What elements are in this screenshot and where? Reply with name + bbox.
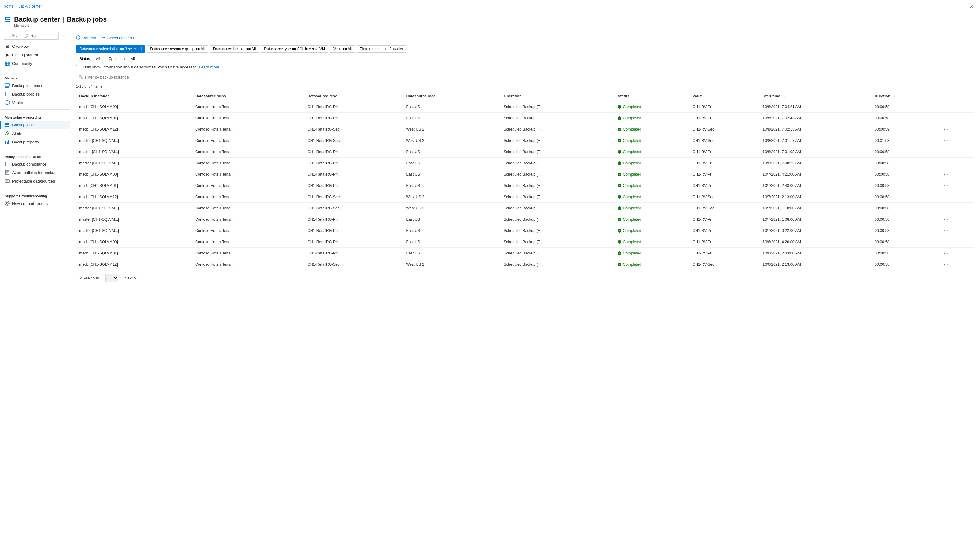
page-title: Backup center | Backup jobs [14,16,971,24]
row-actions-button[interactable]: ··· [942,160,950,167]
section-manage-label: Manage [0,73,70,81]
cell-vault: CH1-RV-Pri [689,169,759,180]
top-bar: Home › Backup center ✕ [0,0,980,13]
datasource-access-checkbox[interactable] [76,65,80,70]
status-completed-icon [617,150,621,154]
svg-rect-4 [5,83,10,86]
close-button[interactable]: ✕ [967,2,976,11]
cell-vault: CH1-RV-Sec [689,191,759,203]
cell-operation: Scheduled Backup (F... [501,124,615,135]
sidebar-item-getting-started[interactable]: ▶ Getting started [0,51,70,59]
refresh-button[interactable]: Refresh [76,34,96,42]
breadcrumb-parent[interactable]: Backup center [18,4,42,8]
cell-datasource-reso: CH1-RetailRG-Pri [304,158,403,169]
sidebar-item-backup-jobs[interactable]: Backup jobs [0,121,70,129]
cell-start-time: 10/8/2021, 7:04:21 AM [759,101,872,113]
header-ellipsis-button[interactable]: ··· [971,17,975,23]
filter-operation[interactable]: Operation == All [105,55,138,62]
row-actions-button[interactable]: ··· [942,115,950,121]
row-actions-button[interactable]: ··· [942,194,950,200]
sidebar-item-alerts[interactable]: Alerts [0,129,70,138]
cell-status: Completed [614,214,689,225]
filter-vault[interactable]: Vault == All [330,45,355,52]
cell-datasource-reso: CH1-RetailRG-Pri [304,113,403,124]
prev-page-button[interactable]: < Previous [76,274,103,282]
sidebar-item-protectable-datasources[interactable]: Protectable datasources [0,177,70,185]
page-select[interactable]: 1 2 3 4 5 6 [105,274,118,282]
header-title-block: Backup center | Backup jobs Microsoft [14,16,971,28]
sort-icon-duration[interactable]: ↑↓ [892,95,895,98]
sidebar-item-backup-reports[interactable]: Backup reports [0,138,70,146]
hamburger-icon[interactable] [5,17,10,24]
refresh-icon [76,35,80,40]
filter-datasource-resource-group[interactable]: Datasource resource group == All [147,45,208,52]
page-header: Backup center | Backup jobs Microsoft ··… [0,13,980,29]
status-text: Completed [623,105,641,109]
community-icon: 👥 [5,61,10,66]
filter-datasource-location[interactable]: Datasource location == All [210,45,259,52]
cell-backup-instance: master [CH1-SQLVM...] [76,225,192,237]
filter-row-1: Datasource subscription == 3 selected Da… [76,45,974,52]
sidebar-item-vaults[interactable]: Vaults [0,98,70,107]
sidebar-item-new-support[interactable]: New support request [0,199,70,208]
sidebar-item-label: Vaults [12,100,23,105]
sidebar-collapse-button[interactable]: « [59,32,66,39]
cell-datasource-subs: Contoso Hotels Tena... [192,180,304,191]
backup-instance-search-input[interactable] [76,73,161,81]
status-completed-icon [617,127,621,131]
cell-operation: Scheduled Backup (F... [501,248,615,259]
row-actions-button[interactable]: ··· [942,250,950,257]
next-page-button[interactable]: Next > [121,274,140,282]
row-actions-button[interactable]: ··· [942,149,950,155]
filter-time-range[interactable]: Time range : Last 2 weeks [357,45,406,52]
cell-start-time: 10/7/2021, 0:22:00 AM [759,225,872,237]
row-actions-button[interactable]: ··· [942,205,950,211]
filter-status[interactable]: Status == All [76,55,103,62]
sidebar-item-overview[interactable]: ⊞ Overview [0,42,70,51]
cell-operation: Scheduled Backup (F... [501,135,615,146]
cell-status: Completed [614,237,689,248]
sidebar-item-backup-policies[interactable]: Backup policies [0,90,70,98]
sidebar-item-backup-instances[interactable]: Backup instances [0,81,70,90]
cell-start-time: 10/7/2021, 1:18:00 AM [759,203,872,214]
row-actions-button[interactable]: ··· [942,137,950,144]
table-body: msdb [CH1-SQLVM00] Contoso Hotels Tena..… [76,101,974,270]
row-actions-button[interactable]: ··· [942,216,950,223]
row-actions-button[interactable]: ··· [942,261,950,268]
row-actions-button[interactable]: ··· [942,103,950,110]
select-columns-button[interactable]: Select columns [101,34,134,42]
sidebar-item-backup-compliance[interactable]: Backup compliance [0,160,70,168]
checkbox-row: Only show information about datasources … [76,65,974,70]
cell-start-time: 10/7/2021, 2:13:00 AM [759,191,872,203]
cell-vault: CH1-RV-Pri [689,146,759,158]
cell-actions: ··· [939,146,974,158]
azure-policies-icon [5,170,10,175]
row-actions-button[interactable]: ··· [942,171,950,178]
sidebar-item-azure-policies[interactable]: Azure policies for backup [0,168,70,177]
status-text: Completed [623,184,641,188]
sort-icon-start-time[interactable]: ↑↓ [782,95,785,98]
cell-actions: ··· [939,113,974,124]
table-row: msdb [CH1-SQLVM00] Contoso Hotels Tena..… [76,101,974,113]
cell-start-time: 10/7/2021, 1:08:00 AM [759,214,872,225]
learn-more-link[interactable]: Learn more. [199,65,221,70]
cell-status: Completed [614,225,689,237]
filter-datasource-subscription[interactable]: Datasource subscription == 3 selected [76,45,145,52]
sort-icon-backup-instance[interactable]: ↑↓ [111,95,115,98]
sidebar-item-community[interactable]: 👥 Community [0,59,70,68]
cell-status: Completed [614,146,689,158]
row-actions-button[interactable]: ··· [942,227,950,234]
table-row: msdb [CH1-SQLVM01] Contoso Hotels Tena..… [76,113,974,124]
filter-datasource-type[interactable]: Datasource type == SQL in Azure VM [261,45,328,52]
cell-operation: Scheduled Backup (F... [501,191,615,203]
breadcrumb-home[interactable]: Home [4,4,13,8]
sidebar-item-label: New support request [12,201,49,206]
cell-datasource-subs: Contoso Hotels Tena... [192,113,304,124]
header-subtitle-text: Backup jobs [67,16,107,24]
row-actions-button[interactable]: ··· [942,126,950,133]
cell-datasource-loca: East US [403,113,500,124]
cell-datasource-subs: Contoso Hotels Tena... [192,214,304,225]
row-actions-button[interactable]: ··· [942,182,950,189]
sidebar-search-input[interactable] [4,32,59,40]
row-actions-button[interactable]: ··· [942,239,950,245]
